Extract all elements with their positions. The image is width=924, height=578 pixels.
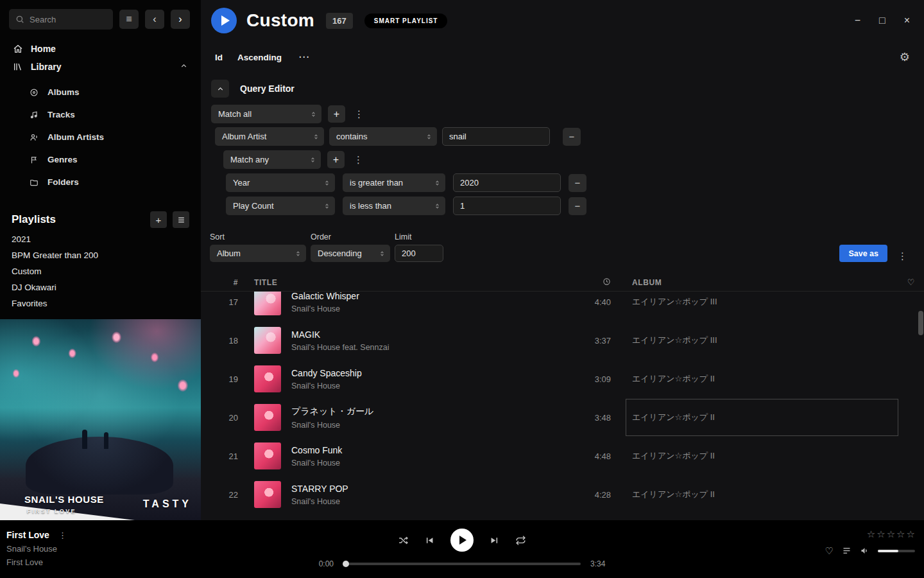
scrollbar-thumb[interactable] bbox=[918, 311, 923, 335]
sidebar-item-album-artists[interactable]: Album Artists bbox=[0, 126, 201, 148]
table-row[interactable]: 18 MAGIK Snail's House feat. Sennzai 3:3… bbox=[201, 321, 924, 360]
collapse-query-editor-button[interactable] bbox=[211, 80, 229, 98]
volume-slider[interactable] bbox=[878, 550, 915, 552]
rule-value-input[interactable] bbox=[453, 197, 561, 215]
settings-gear-button[interactable]: ⚙ bbox=[900, 50, 910, 64]
previous-button[interactable] bbox=[424, 535, 435, 546]
back-button[interactable]: ‹ bbox=[145, 10, 164, 29]
artwork-decor bbox=[104, 432, 108, 449]
seek-slider[interactable] bbox=[343, 563, 581, 565]
add-rule-button[interactable]: + bbox=[328, 105, 345, 123]
minimize-button[interactable]: − bbox=[855, 15, 860, 26]
limit-input[interactable] bbox=[395, 245, 443, 262]
app-window: ≡ ‹ › Home Library Albums Tracks bbox=[0, 0, 924, 578]
search-box[interactable] bbox=[9, 9, 113, 30]
sidebar-item-albums[interactable]: Albums bbox=[0, 81, 201, 103]
add-playlist-button[interactable]: + bbox=[150, 211, 167, 228]
add-rule-button[interactable]: + bbox=[327, 151, 345, 168]
focused-album-cell[interactable]: エイリアン☆ポップ II bbox=[626, 399, 898, 436]
play-pause-button[interactable] bbox=[450, 529, 474, 552]
match-type-select[interactable]: Match any bbox=[223, 150, 321, 169]
repeat-button[interactable] bbox=[515, 535, 526, 546]
playlist-item[interactable]: Custom bbox=[0, 263, 201, 279]
playlist-play-button[interactable] bbox=[211, 8, 237, 33]
column-header-favorite[interactable]: ♡ bbox=[898, 277, 924, 287]
star-icon[interactable]: ☆ bbox=[867, 529, 875, 539]
track-count-badge: 167 bbox=[326, 13, 353, 29]
column-header-index[interactable]: # bbox=[211, 278, 238, 287]
track-title: Candy Spaceship bbox=[291, 368, 566, 378]
playlist-item[interactable]: Favorites bbox=[0, 295, 201, 311]
column-header-duration[interactable] bbox=[566, 277, 611, 288]
star-icon[interactable]: ☆ bbox=[907, 529, 915, 539]
sidebar-item-label: Tracks bbox=[47, 110, 75, 119]
menu-button[interactable]: ≡ bbox=[119, 10, 139, 29]
now-playing-artwork[interactable]: SNAIL'S HOUSE FIRST LOVE TASTY bbox=[0, 319, 201, 520]
group-menu-button[interactable]: ⋮ bbox=[351, 154, 366, 166]
page-title: Custom bbox=[246, 10, 314, 31]
playlist-item[interactable]: DJ Okawari bbox=[0, 279, 201, 295]
table-row[interactable]: 17 Galactic Whisper Snail's House 4:40 エ… bbox=[201, 292, 924, 321]
query-rule-row: Play Count is less than − bbox=[226, 197, 924, 215]
star-icon[interactable]: ☆ bbox=[887, 529, 895, 539]
queue-button[interactable] bbox=[842, 546, 851, 556]
remove-rule-button[interactable]: − bbox=[569, 174, 586, 192]
playlist-item[interactable]: 2021 bbox=[0, 231, 201, 247]
match-type-select[interactable]: Match all bbox=[211, 105, 321, 123]
table-row[interactable]: 21 Cosmo Funk Snail's House 4:48 エイリアン☆ポ… bbox=[201, 437, 924, 475]
favorite-button[interactable]: ♡ bbox=[825, 546, 834, 556]
remove-rule-button[interactable]: − bbox=[569, 197, 586, 215]
star-icon[interactable]: ☆ bbox=[877, 529, 885, 539]
query-menu-button[interactable]: ⋮ bbox=[895, 250, 910, 262]
star-icon[interactable]: ☆ bbox=[896, 529, 905, 539]
shuffle-button[interactable] bbox=[398, 535, 409, 546]
save-as-button[interactable]: Save as bbox=[839, 245, 887, 262]
sidebar-item-genres[interactable]: Genres bbox=[0, 148, 201, 171]
next-button[interactable] bbox=[489, 535, 500, 546]
seek-knob[interactable] bbox=[343, 561, 349, 567]
playlists-header: Playlists + bbox=[12, 210, 189, 229]
rule-field-select[interactable]: Year bbox=[226, 173, 335, 192]
maximize-button[interactable]: □ bbox=[879, 15, 886, 26]
column-header-title[interactable]: TITLE bbox=[254, 278, 566, 287]
sort-select[interactable]: Album bbox=[210, 245, 306, 262]
select-arrows-icon bbox=[323, 178, 330, 188]
search-input[interactable] bbox=[30, 15, 107, 24]
group-menu-button[interactable]: ⋮ bbox=[352, 109, 366, 120]
playlist-item[interactable]: BPM Greater than 200 bbox=[0, 247, 201, 263]
track-thumbnail bbox=[254, 404, 281, 431]
rule-value-input[interactable] bbox=[453, 173, 561, 192]
volume-button[interactable] bbox=[860, 546, 869, 556]
sidebar-item-tracks[interactable]: Tracks bbox=[0, 103, 201, 126]
artist-icon bbox=[30, 133, 38, 142]
folder-icon bbox=[30, 178, 38, 187]
close-button[interactable]: × bbox=[904, 15, 910, 26]
remove-rule-button[interactable]: − bbox=[563, 128, 581, 146]
sidebar-item-folders[interactable]: Folders bbox=[0, 171, 201, 193]
sidebar-item-library[interactable]: Library bbox=[9, 58, 192, 76]
query-editor-title: Query Editor bbox=[240, 83, 295, 94]
rule-field-select[interactable]: Album Artist bbox=[215, 127, 324, 146]
next-icon bbox=[489, 535, 500, 546]
table-row[interactable]: 19 Candy Spaceship Snail's House 3:09 エイ… bbox=[201, 360, 924, 398]
sort-direction-button[interactable]: Ascending bbox=[237, 53, 282, 62]
rule-operator-select[interactable]: contains bbox=[329, 127, 437, 146]
clock-icon bbox=[603, 277, 611, 286]
chevron-left-icon: ‹ bbox=[153, 13, 156, 25]
hamburger-icon: ≡ bbox=[126, 13, 132, 25]
sidebar-item-home[interactable]: Home bbox=[9, 40, 192, 58]
table-row[interactable]: 20 プラネット・ガール Snail's House 3:48 エイリアン☆ポッ… bbox=[201, 398, 924, 437]
select-value: Play Count bbox=[233, 201, 274, 211]
rule-field-select[interactable]: Play Count bbox=[226, 197, 335, 215]
rule-value-input[interactable] bbox=[442, 127, 550, 146]
order-select[interactable]: Descending bbox=[311, 245, 390, 262]
collapse-library-button[interactable] bbox=[180, 62, 188, 72]
forward-button[interactable]: › bbox=[171, 10, 190, 29]
table-row[interactable]: 22 STARRY POP Snail's House 4:28 エイリアン☆ポ… bbox=[201, 475, 924, 514]
rule-operator-select[interactable]: is greater than bbox=[343, 173, 445, 192]
column-header-album[interactable]: ALBUM bbox=[632, 278, 898, 287]
playlist-list-button[interactable] bbox=[173, 211, 189, 228]
sort-field-button[interactable]: Id bbox=[215, 53, 223, 62]
rule-operator-select[interactable]: is less than bbox=[343, 197, 445, 215]
more-options-button[interactable]: ⋯ bbox=[298, 55, 310, 60]
